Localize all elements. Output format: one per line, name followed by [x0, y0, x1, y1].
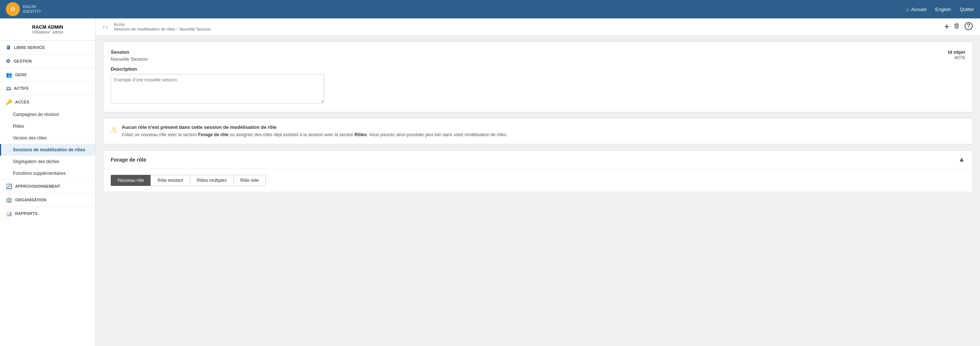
- approvisionnement-label: APPROVISIONNEMENT: [15, 184, 60, 188]
- forward-arrow[interactable]: ›: [106, 24, 108, 30]
- language-switch[interactable]: English: [935, 6, 951, 12]
- tab-role-existant[interactable]: Rôle existant: [150, 175, 189, 186]
- breadcrumb-nav: ‹ › Accès Sessions de modélisation de rô…: [103, 22, 211, 32]
- logo-icon: O: [6, 2, 20, 16]
- session-field-value: Nouvelle Session: [111, 56, 148, 62]
- sidebar-item-fonctions-supplementaires[interactable]: Fonctions supplémentaires: [0, 167, 95, 179]
- forage-collapse-button[interactable]: ▲: [958, 156, 965, 163]
- breadcrumb-actions: + 🗑 ?: [944, 22, 973, 32]
- session-card: Session Nouvelle Session Id objet 4079 D…: [103, 41, 973, 112]
- logo: O RAC/M IDENTITY: [6, 2, 41, 16]
- home-link[interactable]: ⌂ Accueil: [907, 6, 927, 12]
- sidebar-section-libre-service[interactable]: 🖥 LIBRE SERVICE: [0, 40, 95, 54]
- session-field-row: Session Nouvelle Session Id objet 4079: [111, 49, 965, 62]
- people-icon: 👥: [6, 72, 12, 78]
- lang-label: English: [935, 6, 951, 12]
- session-field-label: Session: [111, 49, 148, 55]
- sidebar-section-gens[interactable]: 👥 GENS: [0, 68, 95, 81]
- logo-initials: O: [11, 6, 15, 12]
- quit-link[interactable]: Quitter: [960, 6, 974, 12]
- warning-body3: . Vous pourrez ainsi procéder plus loin …: [367, 132, 508, 137]
- page-content: Session Nouvelle Session Id objet 4079 D…: [95, 36, 980, 346]
- tab-role-vide[interactable]: Rôle vide: [233, 175, 266, 186]
- forage-card: Forage de rôle ▲ Nouveau rôle Rôle exist…: [103, 150, 973, 192]
- add-button[interactable]: +: [944, 22, 949, 32]
- warning-bold2: Rôles: [355, 132, 367, 137]
- warning-text: Aucun rôle n'est présent dans cette sess…: [122, 124, 508, 138]
- sidebar-section-acces[interactable]: 🔑 ACCÈS: [0, 95, 95, 108]
- gestion-label: GESTION: [14, 59, 32, 63]
- content-area: ‹ › Accès Sessions de modélisation de rô…: [95, 18, 980, 346]
- desc-label: Description: [111, 66, 965, 72]
- sidebar-userrole: Utilisateur: admin: [6, 30, 89, 34]
- home-label: Accueil: [911, 6, 926, 12]
- warning-title: Aucun rôle n'est présent dans cette sess…: [122, 124, 508, 130]
- id-value: 4079: [948, 55, 965, 61]
- sidebar-user: RACM ADMIN Utilisateur: admin: [0, 18, 95, 40]
- logo-name: RAC/M: [23, 5, 41, 9]
- tab-roles-multiples[interactable]: Rôles multiples: [190, 175, 233, 186]
- main-layout: RACM ADMIN Utilisateur: admin 🖥 LIBRE SE…: [0, 18, 980, 346]
- sidebar-section-actifs[interactable]: 🗂 ACTIFS: [0, 81, 95, 95]
- description-textarea[interactable]: [111, 74, 324, 104]
- forage-title: Forage de rôle: [111, 157, 146, 163]
- home-icon: ⌂: [907, 6, 909, 12]
- sidebar-section-organisation[interactable]: 🏢 ORGANISATION: [0, 193, 95, 206]
- delete-button[interactable]: 🗑: [953, 22, 960, 32]
- forage-body: Nouveau rôle Rôle existant Rôles multipl…: [103, 169, 972, 192]
- rapports-label: RAPPORTS: [15, 211, 38, 216]
- actifs-label: ACTIFS: [14, 86, 29, 91]
- warning-body: Créez un nouveau rôle avec la section Fo…: [122, 131, 508, 138]
- breadcrumb-section[interactable]: Sessions de modélisation de rôles: [114, 27, 175, 31]
- breadcrumb-current: Nouvelle Session: [180, 27, 211, 31]
- quit-label: Quitter: [960, 6, 974, 12]
- id-label: Id objet: [948, 49, 965, 55]
- forage-tab-group: Nouveau rôle Rôle existant Rôles multipl…: [111, 175, 965, 186]
- sidebar: RACM ADMIN Utilisateur: admin 🖥 LIBRE SE…: [0, 18, 95, 346]
- breadcrumb-bar: ‹ › Accès Sessions de modélisation de rô…: [95, 18, 980, 36]
- gens-label: GENS: [15, 73, 27, 77]
- breadcrumb-parent: Accès: [114, 22, 210, 27]
- organisation-label: ORGANISATION: [15, 198, 46, 202]
- tab-nouveau-role[interactable]: Nouveau rôle: [111, 175, 150, 186]
- logo-text: RAC/M IDENTITY: [23, 5, 41, 14]
- top-nav: O RAC/M IDENTITY ⌂ Accueil English Quitt…: [0, 0, 980, 18]
- chart-icon: 📊: [6, 210, 12, 217]
- sidebar-item-version-roles[interactable]: Version des rôles: [0, 132, 95, 144]
- sidebar-item-segregation-taches[interactable]: Ségrégation des tâches: [0, 156, 95, 167]
- warning-box: ⚠ Aucun rôle n'est présent dans cette se…: [103, 118, 973, 144]
- top-nav-links: ⌂ Accueil English Quitter: [907, 6, 974, 12]
- back-arrow[interactable]: ‹: [103, 24, 105, 30]
- sidebar-section-gestion[interactable]: ⚙ GESTION: [0, 54, 95, 68]
- sidebar-item-roles[interactable]: Rôles: [0, 120, 95, 132]
- logo-sub: IDENTITY: [23, 9, 41, 14]
- acces-label: ACCÈS: [15, 100, 29, 104]
- id-object-field: Id objet 4079: [948, 49, 965, 61]
- warning-body1: Créez un nouveau rôle avec la section: [122, 132, 198, 137]
- session-field: Session Nouvelle Session: [111, 49, 148, 62]
- forage-header: Forage de rôle ▲: [103, 151, 972, 169]
- warning-body2: ou assignez des rôles déjà existant à la…: [228, 132, 355, 137]
- breadcrumb-separator: /: [177, 27, 178, 32]
- sidebar-item-campagnes-revision[interactable]: Campagnes de révision: [0, 108, 95, 120]
- sidebar-section-approvisionnement[interactable]: 🔄 APPROVISIONNEMENT: [0, 179, 95, 193]
- sidebar-item-sessions-modelisation[interactable]: Sessions de modélisation de rôles: [0, 144, 95, 156]
- help-button[interactable]: ?: [964, 22, 973, 30]
- folder-icon: 🗂: [6, 85, 11, 91]
- refresh-icon: 🔄: [6, 183, 12, 189]
- sidebar-username: RACM ADMIN: [6, 24, 89, 30]
- breadcrumb-arrows: ‹ ›: [103, 24, 108, 30]
- sidebar-section-rapports[interactable]: 📊 RAPPORTS: [0, 206, 95, 220]
- warning-bold1: Forage de rôle: [198, 132, 228, 137]
- org-icon: 🏢: [6, 197, 12, 203]
- warning-icon: ⚠: [111, 125, 117, 134]
- monitor-icon: 🖥: [6, 45, 11, 50]
- breadcrumb: Accès Sessions de modélisation de rôles …: [114, 22, 210, 32]
- key-icon: 🔑: [6, 99, 12, 105]
- gear-icon: ⚙: [6, 58, 11, 64]
- libre-service-label: LIBRE SERVICE: [14, 45, 45, 50]
